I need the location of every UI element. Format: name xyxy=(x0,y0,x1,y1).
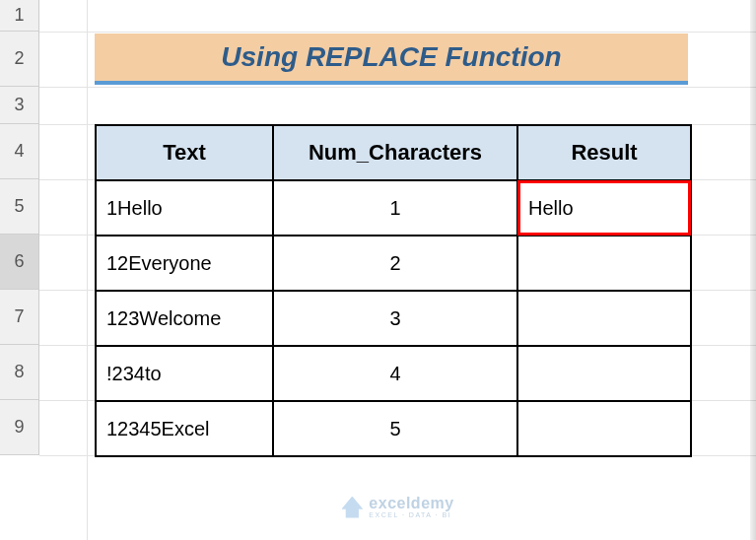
row-header-5[interactable]: 5 xyxy=(0,179,38,235)
cell-num[interactable]: 3 xyxy=(273,291,517,346)
title-banner: Using REPLACE Function xyxy=(95,34,688,85)
cell-result[interactable] xyxy=(517,291,691,346)
row-header-9[interactable]: 9 xyxy=(0,400,38,455)
right-edge-shadow xyxy=(750,0,756,540)
cell-result[interactable] xyxy=(517,346,691,401)
row-header-1[interactable]: 1 xyxy=(0,0,38,32)
row-header-6[interactable]: 6 xyxy=(0,235,38,290)
exceldemy-logo-icon xyxy=(341,497,363,518)
row-header-4[interactable]: 4 xyxy=(0,124,38,179)
cell-text[interactable]: 1Hello xyxy=(96,180,273,236)
table-row: 12Everyone 2 xyxy=(96,236,691,291)
watermark: exceldemy EXCEL · DATA · BI xyxy=(341,496,453,518)
watermark-brand: exceldemy xyxy=(369,496,453,511)
spreadsheet-grid[interactable]: Using REPLACE Function Text Num_Characte… xyxy=(39,0,756,540)
cell-result[interactable] xyxy=(517,236,691,291)
cell-num[interactable]: 2 xyxy=(273,236,517,291)
cell-result[interactable] xyxy=(517,401,691,456)
header-row: Text Num_Characters Result xyxy=(96,125,691,180)
cell-text[interactable]: 123Welcome xyxy=(96,291,273,346)
cell-text[interactable]: 12Everyone xyxy=(96,236,273,291)
header-num[interactable]: Num_Characters xyxy=(273,125,517,180)
row-header-7[interactable]: 7 xyxy=(0,290,38,345)
table-row: 123Welcome 3 xyxy=(96,291,691,346)
cell-num[interactable]: 5 xyxy=(273,401,517,456)
cell-result-highlighted[interactable]: Hello xyxy=(517,180,691,236)
cell-text[interactable]: !234to xyxy=(96,346,273,401)
cell-num[interactable]: 1 xyxy=(273,180,517,236)
data-table: Text Num_Characters Result 1Hello 1 Hell… xyxy=(95,124,692,457)
table-row: 1Hello 1 Hello xyxy=(96,180,691,236)
table-row: 12345Excel 5 xyxy=(96,401,691,456)
cell-num[interactable]: 4 xyxy=(273,346,517,401)
row-header-2[interactable]: 2 xyxy=(0,32,38,87)
watermark-tagline: EXCEL · DATA · BI xyxy=(369,511,453,518)
row-headers: 1 2 3 4 5 6 7 8 9 xyxy=(0,0,39,455)
row-header-8[interactable]: 8 xyxy=(0,345,38,400)
header-text[interactable]: Text xyxy=(96,125,273,180)
table-row: !234to 4 xyxy=(96,346,691,401)
header-result[interactable]: Result xyxy=(517,125,691,180)
cell-text[interactable]: 12345Excel xyxy=(96,401,273,456)
row-header-3[interactable]: 3 xyxy=(0,87,38,124)
